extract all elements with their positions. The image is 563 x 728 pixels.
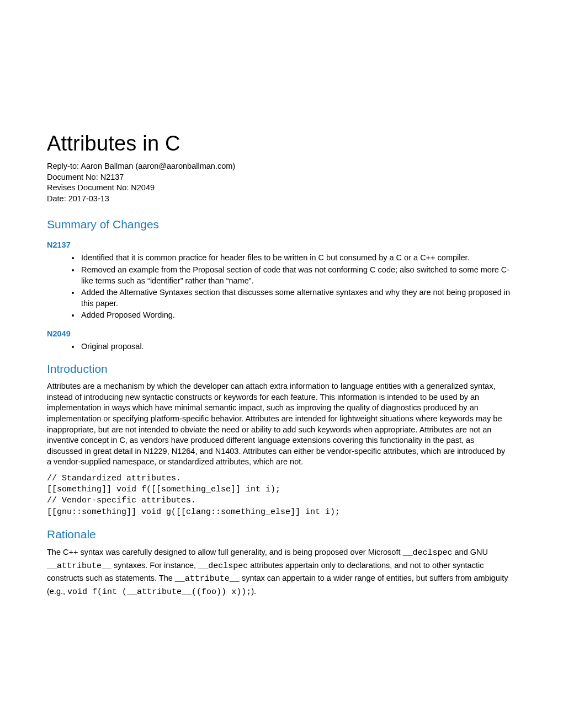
code-span: __declspec — [198, 561, 248, 571]
document-page: Attributes in C Reply-to: Aaron Ballman … — [0, 0, 563, 728]
text-run: syntaxes. For instance, — [111, 561, 198, 570]
reply-to: Reply-to: Aaron Ballman (aaron@aaronball… — [47, 161, 511, 172]
n2049-subhead: N2049 — [47, 329, 511, 340]
code-span: void f(int (__attribute__((foo)) x)); — [67, 587, 251, 597]
list-item: Identified that it is common practice fo… — [80, 253, 511, 264]
text-run: and GNU — [453, 548, 488, 556]
list-item: Removed an example from the Proposal sec… — [80, 265, 511, 286]
list-item: Added Proposed Wording. — [80, 310, 511, 321]
introduction-heading: Introduction — [47, 361, 511, 377]
code-span: __declspec — [403, 548, 453, 558]
document-meta: Reply-to: Aaron Ballman (aaron@aaronball… — [47, 161, 511, 204]
n2049-list: Original proposal. — [47, 341, 511, 352]
document-date: Date: 2017-03-13 — [47, 194, 511, 205]
introduction-paragraph: Attributes are a mechanism by which the … — [47, 381, 511, 468]
text-run: The C++ syntax was carefully designed to… — [47, 548, 403, 556]
rationale-paragraph: The C++ syntax was carefully designed to… — [47, 547, 511, 598]
summary-heading: Summary of Changes — [47, 217, 511, 232]
n2137-list: Identified that it is common practice fo… — [47, 253, 511, 320]
n2137-subhead: N2137 — [47, 240, 511, 251]
code-span: __attribute__ — [175, 574, 240, 584]
revises-number: Revises Document No: N2049 — [47, 183, 511, 194]
code-span: __attribute__ — [47, 561, 111, 571]
rationale-heading: Rationale — [47, 527, 511, 542]
list-item: Original proposal. — [80, 341, 511, 352]
list-item: Added the Alternative Syntaxes section t… — [80, 287, 511, 309]
text-run: ). — [251, 587, 256, 596]
document-number: Document No: N2137 — [47, 172, 511, 183]
code-example: // Standardized attributes. [[something]… — [47, 473, 511, 518]
page-title: Attributes in C — [47, 130, 511, 158]
